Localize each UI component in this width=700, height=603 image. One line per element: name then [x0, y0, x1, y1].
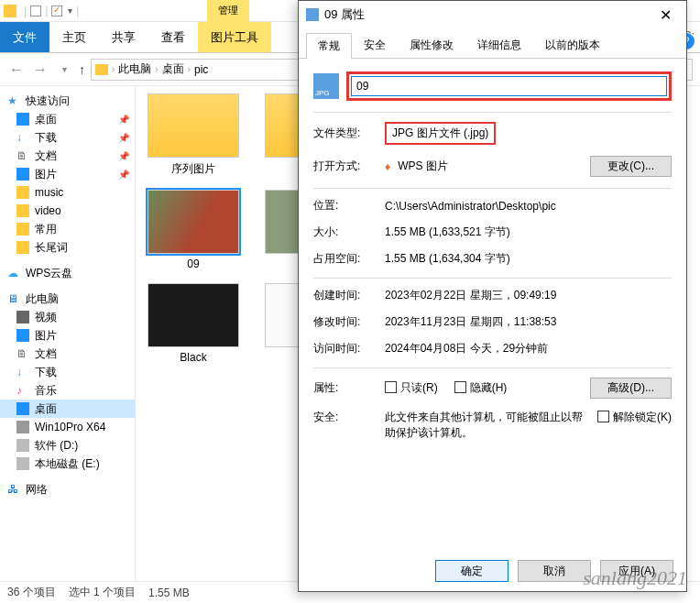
sidebar-soft-d[interactable]: 软件 (D:)	[0, 436, 135, 455]
image-thumb	[148, 283, 239, 347]
folder-icon	[16, 204, 29, 217]
change-button[interactable]: 更改(C)...	[590, 156, 672, 177]
folder-icon	[4, 5, 16, 17]
tab-picture-tools[interactable]: 图片工具	[198, 22, 271, 52]
tab-attr-mod[interactable]: 属性修改	[398, 32, 465, 58]
forward-button[interactable]: →	[31, 61, 49, 78]
tab-previous[interactable]: 以前的版本	[533, 32, 612, 58]
cancel-button[interactable]: 取消	[518, 560, 591, 582]
label-accessed: 访问时间:	[313, 341, 377, 356]
pin-icon: 📌	[118, 170, 129, 180]
sidebar-downloads2[interactable]: ↓下载	[0, 363, 135, 381]
apply-button[interactable]: 应用(A)	[600, 560, 673, 582]
sidebar-quick-access[interactable]: ★快速访问	[0, 92, 135, 110]
drive-icon	[16, 439, 29, 452]
desktop-icon	[16, 113, 29, 126]
filename-input[interactable]	[351, 76, 667, 96]
item-09[interactable]: 09	[143, 190, 244, 270]
tab-home[interactable]: 主页	[49, 22, 99, 52]
sidebar-music[interactable]: music	[0, 183, 135, 202]
video-icon	[16, 311, 29, 323]
label-modified: 修改时间:	[313, 314, 377, 330]
crumb-folder[interactable]: pic	[194, 63, 208, 76]
up-button[interactable]: ↑	[79, 62, 85, 77]
folder-icon	[16, 241, 29, 254]
drive-icon	[16, 457, 29, 470]
picture-icon	[16, 329, 29, 342]
download-icon: ↓	[16, 131, 29, 144]
item-black[interactable]: Black	[143, 283, 244, 364]
checkbox-hidden[interactable]: 隐藏(H)	[454, 380, 508, 396]
folder-icon	[95, 64, 108, 75]
sidebar: ★快速访问 桌面📌 ↓下载📌 🗎文档📌 图片📌 music video 常用 长…	[0, 86, 136, 581]
checkbox-readonly[interactable]: 只读(R)	[385, 380, 438, 396]
wps-icon: ♦	[385, 160, 390, 173]
sidebar-desktop2[interactable]: 桌面	[0, 400, 135, 418]
close-button[interactable]: ✕	[652, 5, 679, 26]
label-attributes: 属性:	[313, 380, 377, 396]
label-created: 创建时间:	[313, 288, 377, 303]
pin-icon: 📌	[118, 151, 129, 161]
sidebar-pictures2[interactable]: 图片	[0, 326, 135, 345]
checkbox-unlock[interactable]: 解除锁定(K)	[597, 410, 672, 441]
tab-security[interactable]: 安全	[352, 32, 398, 58]
value-size: 1.55 MB (1,633,521 字节)	[385, 225, 672, 240]
star-icon: ★	[7, 94, 20, 107]
security-text: 此文件来自其他计算机，可能被阻止以帮助保护该计算机。	[385, 410, 588, 441]
filename-highlight	[346, 71, 672, 101]
cloud-icon: ☁	[7, 267, 20, 280]
tab-file[interactable]: 文件	[0, 22, 49, 52]
document-icon: 🗎	[16, 149, 29, 162]
network-icon: 🖧	[7, 483, 20, 496]
dialog-tabs: 常规 安全 属性修改 详细信息 以前的版本	[299, 32, 686, 59]
sidebar-win10[interactable]: Win10Pro X64	[0, 418, 135, 436]
value-location: C:\Users\Administrator\Desktop\pic	[385, 200, 672, 213]
dialog-footer: 确定 取消 应用(A)	[299, 551, 686, 591]
desktop-icon	[16, 402, 29, 415]
back-button[interactable]: ←	[7, 61, 26, 78]
crumb-desktop[interactable]: 桌面	[162, 61, 184, 77]
open-with-value: WPS 图片	[398, 159, 448, 174]
label-security: 安全:	[313, 410, 377, 425]
sidebar-this-pc[interactable]: 🖥此电脑	[0, 290, 135, 308]
sidebar-common[interactable]: 常用	[0, 220, 135, 238]
sidebar-music2[interactable]: ♪音乐	[0, 381, 135, 400]
sidebar-documents[interactable]: 🗎文档📌	[0, 147, 135, 165]
tab-details[interactable]: 详细信息	[465, 32, 533, 58]
properties-dialog: 09 属性 ✕ 常规 安全 属性修改 详细信息 以前的版本 JPG 文件类型: …	[298, 0, 687, 592]
sidebar-wps[interactable]: ☁WPS云盘	[0, 264, 135, 282]
value-created: 2023年02月22日 星期三，09:49:19	[385, 288, 672, 303]
pin-icon: 📌	[118, 115, 129, 125]
tab-share[interactable]: 共享	[99, 22, 148, 52]
music-icon: ♪	[16, 384, 29, 397]
qa-icon[interactable]	[30, 5, 41, 16]
sidebar-videos[interactable]: 视频	[0, 308, 135, 326]
sidebar-documents2[interactable]: 🗎文档	[0, 345, 135, 363]
tab-view[interactable]: 查看	[148, 22, 198, 52]
tab-general[interactable]: 常规	[306, 33, 352, 59]
sidebar-pictures[interactable]: 图片📌	[0, 165, 135, 183]
sidebar-network[interactable]: 🖧网络	[0, 480, 135, 499]
item-seq-folder[interactable]: 序列图片	[143, 93, 244, 177]
advanced-button[interactable]: 高级(D)...	[590, 378, 672, 399]
sidebar-local-e[interactable]: 本地磁盘 (E:)	[0, 455, 135, 473]
qa-dropdown[interactable]: ▾	[68, 5, 72, 16]
sidebar-longtail[interactable]: 长尾词	[0, 238, 135, 257]
sidebar-video[interactable]: video	[0, 202, 135, 220]
history-dropdown[interactable]: ▾	[55, 64, 73, 74]
folder-icon	[16, 186, 29, 199]
download-icon: ↓	[16, 366, 29, 378]
document-icon: 🗎	[16, 347, 29, 360]
dialog-title-text: 09 属性	[324, 6, 365, 23]
crumb-pc[interactable]: 此电脑	[118, 61, 151, 77]
dialog-titlebar[interactable]: 09 属性 ✕	[299, 1, 686, 28]
pin-icon: 📌	[118, 133, 129, 143]
label-disk: 占用空间:	[313, 251, 377, 267]
value-disk: 1.55 MB (1,634,304 字节)	[385, 251, 672, 267]
label-open-with: 打开方式:	[313, 159, 377, 174]
qa-checked-icon[interactable]	[51, 5, 62, 16]
value-modified: 2023年11月23日 星期四，11:38:53	[385, 314, 672, 330]
sidebar-downloads[interactable]: ↓下载📌	[0, 128, 135, 147]
ok-button[interactable]: 确定	[435, 560, 509, 582]
sidebar-desktop[interactable]: 桌面📌	[0, 110, 135, 128]
